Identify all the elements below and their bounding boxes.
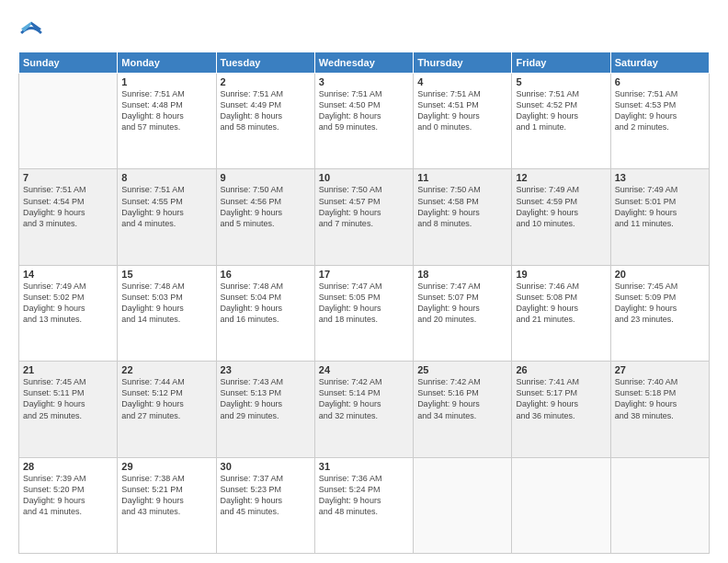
day-cell: 16Sunrise: 7:48 AM Sunset: 5:04 PM Dayli… [216,265,314,361]
day-number: 15 [121,269,211,280]
day-number: 5 [516,76,606,87]
day-number: 8 [121,172,211,183]
day-info: Sunrise: 7:50 AM Sunset: 4:57 PM Dayligh… [319,184,409,229]
day-cell: 15Sunrise: 7:48 AM Sunset: 5:03 PM Dayli… [118,265,216,361]
day-cell: 5Sunrise: 7:51 AM Sunset: 4:52 PM Daylig… [512,74,610,169]
day-info: Sunrise: 7:50 AM Sunset: 4:58 PM Dayligh… [417,184,507,229]
day-info: Sunrise: 7:40 AM Sunset: 5:18 PM Dayligh… [615,376,705,421]
day-number: 31 [319,461,409,472]
day-number: 10 [319,172,409,183]
header [18,17,710,46]
day-cell: 24Sunrise: 7:42 AM Sunset: 5:14 PM Dayli… [314,362,413,457]
day-cell: 18Sunrise: 7:47 AM Sunset: 5:07 PM Dayli… [414,265,512,361]
day-number: 1 [121,76,211,87]
day-number: 30 [221,461,311,472]
day-number: 22 [121,364,211,375]
day-info: Sunrise: 7:47 AM Sunset: 5:05 PM Dayligh… [319,281,409,326]
day-cell: 10Sunrise: 7:50 AM Sunset: 4:57 PM Dayli… [314,169,413,265]
week-row-1: 1Sunrise: 7:51 AM Sunset: 4:48 PM Daylig… [19,74,710,169]
weekday-header-thursday: Thursday [414,52,512,74]
day-cell: 25Sunrise: 7:42 AM Sunset: 5:16 PM Dayli… [414,362,512,457]
logo-icon [18,20,44,46]
day-cell: 6Sunrise: 7:51 AM Sunset: 4:53 PM Daylig… [610,74,709,169]
day-number: 16 [221,269,311,280]
day-info: Sunrise: 7:49 AM Sunset: 5:01 PM Dayligh… [615,184,705,229]
day-number: 13 [615,172,705,183]
day-number: 6 [615,76,705,87]
day-cell: 29Sunrise: 7:38 AM Sunset: 5:21 PM Dayli… [118,457,216,553]
week-row-2: 7Sunrise: 7:51 AM Sunset: 4:54 PM Daylig… [19,169,710,265]
day-info: Sunrise: 7:43 AM Sunset: 5:13 PM Dayligh… [221,376,311,421]
day-cell: 27Sunrise: 7:40 AM Sunset: 5:18 PM Dayli… [610,362,709,457]
day-number: 18 [417,269,507,280]
day-info: Sunrise: 7:45 AM Sunset: 5:11 PM Dayligh… [23,376,113,421]
weekday-header-wednesday: Wednesday [314,52,413,74]
week-row-4: 21Sunrise: 7:45 AM Sunset: 5:11 PM Dayli… [19,362,710,457]
day-cell [19,74,118,169]
day-info: Sunrise: 7:51 AM Sunset: 4:55 PM Dayligh… [121,184,211,229]
day-number: 25 [417,364,507,375]
weekday-header-friday: Friday [512,52,610,74]
day-info: Sunrise: 7:51 AM Sunset: 4:50 PM Dayligh… [319,88,409,133]
day-number: 29 [121,461,211,472]
day-number: 21 [23,364,113,375]
day-info: Sunrise: 7:42 AM Sunset: 5:16 PM Dayligh… [417,376,507,421]
day-info: Sunrise: 7:51 AM Sunset: 4:48 PM Dayligh… [121,88,211,133]
day-cell: 23Sunrise: 7:43 AM Sunset: 5:13 PM Dayli… [216,362,314,457]
calendar-table: SundayMondayTuesdayWednesdayThursdayFrid… [18,52,710,554]
day-cell: 28Sunrise: 7:39 AM Sunset: 5:20 PM Dayli… [19,457,118,553]
day-number: 12 [516,172,606,183]
day-number: 3 [319,76,409,87]
day-number: 19 [516,269,606,280]
day-number: 20 [615,269,705,280]
calendar-page: SundayMondayTuesdayWednesdayThursdayFrid… [0,0,728,563]
day-number: 4 [417,76,507,87]
day-number: 24 [319,364,409,375]
day-info: Sunrise: 7:42 AM Sunset: 5:14 PM Dayligh… [319,376,409,421]
day-info: Sunrise: 7:50 AM Sunset: 4:56 PM Dayligh… [221,184,311,229]
day-cell: 19Sunrise: 7:46 AM Sunset: 5:08 PM Dayli… [512,265,610,361]
day-info: Sunrise: 7:46 AM Sunset: 5:08 PM Dayligh… [516,281,606,326]
day-cell: 14Sunrise: 7:49 AM Sunset: 5:02 PM Dayli… [19,265,118,361]
day-info: Sunrise: 7:51 AM Sunset: 4:53 PM Dayligh… [615,88,705,133]
day-cell: 12Sunrise: 7:49 AM Sunset: 4:59 PM Dayli… [512,169,610,265]
day-cell: 4Sunrise: 7:51 AM Sunset: 4:51 PM Daylig… [414,74,512,169]
day-cell: 1Sunrise: 7:51 AM Sunset: 4:48 PM Daylig… [118,74,216,169]
day-info: Sunrise: 7:37 AM Sunset: 5:23 PM Dayligh… [221,473,311,518]
day-cell: 21Sunrise: 7:45 AM Sunset: 5:11 PM Dayli… [19,362,118,457]
week-row-5: 28Sunrise: 7:39 AM Sunset: 5:20 PM Dayli… [19,457,710,553]
day-cell: 31Sunrise: 7:36 AM Sunset: 5:24 PM Dayli… [314,457,413,553]
weekday-header-monday: Monday [118,52,216,74]
day-number: 17 [319,269,409,280]
day-number: 27 [615,364,705,375]
day-cell [512,457,610,553]
day-info: Sunrise: 7:39 AM Sunset: 5:20 PM Dayligh… [23,473,113,518]
weekday-header-row: SundayMondayTuesdayWednesdayThursdayFrid… [19,52,710,74]
day-info: Sunrise: 7:48 AM Sunset: 5:04 PM Dayligh… [221,281,311,326]
day-info: Sunrise: 7:44 AM Sunset: 5:12 PM Dayligh… [121,376,211,421]
weekday-header-tuesday: Tuesday [216,52,314,74]
week-row-3: 14Sunrise: 7:49 AM Sunset: 5:02 PM Dayli… [19,265,710,361]
day-cell: 17Sunrise: 7:47 AM Sunset: 5:05 PM Dayli… [314,265,413,361]
day-cell: 26Sunrise: 7:41 AM Sunset: 5:17 PM Dayli… [512,362,610,457]
day-number: 23 [221,364,311,375]
day-cell: 30Sunrise: 7:37 AM Sunset: 5:23 PM Dayli… [216,457,314,553]
day-info: Sunrise: 7:47 AM Sunset: 5:07 PM Dayligh… [417,281,507,326]
day-cell: 13Sunrise: 7:49 AM Sunset: 5:01 PM Dayli… [610,169,709,265]
day-number: 9 [221,172,311,183]
day-info: Sunrise: 7:51 AM Sunset: 4:49 PM Dayligh… [221,88,311,133]
day-cell: 20Sunrise: 7:45 AM Sunset: 5:09 PM Dayli… [610,265,709,361]
day-info: Sunrise: 7:38 AM Sunset: 5:21 PM Dayligh… [121,473,211,518]
day-info: Sunrise: 7:51 AM Sunset: 4:54 PM Dayligh… [23,184,113,229]
day-info: Sunrise: 7:36 AM Sunset: 5:24 PM Dayligh… [319,473,409,518]
day-cell: 3Sunrise: 7:51 AM Sunset: 4:50 PM Daylig… [314,74,413,169]
day-number: 2 [221,76,311,87]
logo [18,20,48,46]
day-cell: 2Sunrise: 7:51 AM Sunset: 4:49 PM Daylig… [216,74,314,169]
day-number: 7 [23,172,113,183]
day-number: 26 [516,364,606,375]
day-info: Sunrise: 7:49 AM Sunset: 4:59 PM Dayligh… [516,184,606,229]
day-info: Sunrise: 7:45 AM Sunset: 5:09 PM Dayligh… [615,281,705,326]
day-cell [414,457,512,553]
weekday-header-saturday: Saturday [610,52,709,74]
